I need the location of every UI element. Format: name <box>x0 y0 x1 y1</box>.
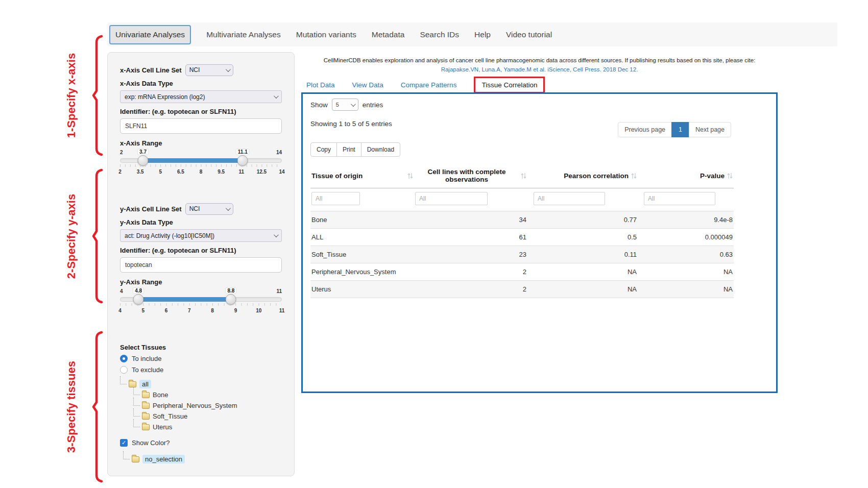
folder-icon <box>142 424 150 430</box>
sort-icon[interactable] <box>631 173 637 179</box>
tree-connector <box>133 387 140 395</box>
nav-tab-search-ids[interactable]: Search IDs <box>420 30 459 39</box>
y-cell-line-set-value: NCI <box>189 205 200 212</box>
data-tabs: Plot Data View Data Compare Patterns Tis… <box>306 77 545 93</box>
tree-node-all-label: all <box>139 380 151 388</box>
filter-input-p-value[interactable] <box>644 192 715 205</box>
x-range-max: 14 <box>276 150 282 155</box>
sort-icon[interactable] <box>727 173 733 179</box>
tab-tissue-correlation[interactable]: Tissue Correlation <box>474 77 545 93</box>
show-color-row[interactable]: ✓ Show Color? <box>120 439 282 447</box>
tree-node-pns-label: Peripheral_Nervous_System <box>153 402 237 409</box>
tree-node-soft-tissue-label: Soft_Tissue <box>153 412 187 420</box>
include-radio-row[interactable]: To include <box>120 355 282 362</box>
table-row[interactable]: Soft_Tissue 23 0.11 0.63 <box>310 246 734 263</box>
tissue-correlation-panel: Show 5 entries Showing 1 to 5 of 5 entri… <box>301 92 778 393</box>
annotation-step3-label: 3-Specify tissues <box>65 361 78 453</box>
x-identifier-input[interactable] <box>120 118 282 134</box>
table-row[interactable]: Bone 34 0.77 9.4e-8 <box>310 211 734 229</box>
tree-node-no-selection[interactable]: no_selection <box>123 454 282 465</box>
table-row[interactable]: Peripheral_Nervous_System 2 NA NA <box>310 263 734 281</box>
annotation-step3: 3-Specify tissues <box>47 331 96 483</box>
tab-plot-data[interactable]: Plot Data <box>306 81 335 89</box>
include-radio[interactable] <box>120 355 128 362</box>
filter-input-pearson[interactable] <box>534 192 605 205</box>
copy-button[interactable]: Copy <box>310 142 337 157</box>
tree-connector <box>133 398 140 406</box>
annotation-step2: 2-Specify y-axis <box>47 168 96 304</box>
settings-sidebar: x-Axis Cell Line Set NCI x-Axis Data Typ… <box>107 52 295 476</box>
tab-view-data[interactable]: View Data <box>352 81 383 89</box>
x-range-high-value: 11.1 <box>236 149 250 155</box>
citation-link[interactable]: Rajapakse.VN, Luna.A, Yamade.M et al. iS… <box>301 66 778 72</box>
folder-icon <box>142 403 150 409</box>
page-number-button[interactable]: 1 <box>671 122 689 137</box>
exclude-radio-row[interactable]: To exclude <box>120 366 282 374</box>
nav-tab-univariate-analyses[interactable]: Univariate Analyses <box>109 25 191 44</box>
x-tick: 14 <box>279 169 284 175</box>
download-button[interactable]: Download <box>361 142 400 157</box>
select-tissues-title: Select Tissues <box>120 344 282 351</box>
column-header-p-value[interactable]: P-value <box>638 163 734 188</box>
tab-compare-patterns[interactable]: Compare Patterns <box>401 81 457 89</box>
y-range-slider: 4 4.8 8.8 11 4 5 6 7 8 9 10 11 <box>120 288 282 318</box>
y-tick: 5 <box>142 308 145 313</box>
x-data-type-label: x-Axis Data Type <box>120 80 282 87</box>
x-range-label: x-Axis Range <box>120 139 282 147</box>
y-identifier-label: Identifier: (e.g. topotecan or SLFN11) <box>120 247 282 254</box>
tree-node-peripheral-nervous-system[interactable]: Peripheral_Nervous_System <box>133 400 282 411</box>
nav-tab-metadata[interactable]: Metadata <box>372 30 405 39</box>
table-row[interactable]: ALL 61 0.5 0.000049 <box>310 229 734 246</box>
nav-tab-help[interactable]: Help <box>474 30 491 39</box>
citation-text: CellMinerCDB enables exploration and ana… <box>301 57 778 63</box>
filter-input-tissue[interactable] <box>311 192 360 205</box>
sort-icon[interactable] <box>521 173 526 179</box>
show-label: Show <box>310 101 328 109</box>
exclude-radio[interactable] <box>120 366 128 374</box>
x-cell-line-set-select[interactable]: NCI <box>185 64 233 76</box>
next-page-button[interactable]: Next page <box>689 122 731 137</box>
x-cell-line-set-label: x-Axis Cell Line Set <box>120 66 182 74</box>
tree-connector <box>133 419 140 427</box>
tree-node-uterus[interactable]: Uterus <box>133 422 282 432</box>
y-range-label: y-Axis Range <box>120 278 282 286</box>
nav-tab-mutation-variants[interactable]: Mutation variants <box>296 30 356 39</box>
annotation-step2-label: 2-Specify y-axis <box>65 193 78 278</box>
x-tick: 9.5 <box>218 169 225 175</box>
y-data-type-label: y-Axis Data Type <box>120 218 282 226</box>
y-cell-line-set-label: y-Axis Cell Line Set <box>120 205 182 213</box>
tree-node-soft-tissue[interactable]: Soft_Tissue <box>133 411 282 422</box>
column-header-tissue-of-origin[interactable]: Tissue of origin <box>310 163 414 188</box>
y-tick: 4 <box>118 308 122 313</box>
x-data-type-select[interactable]: exp: mRNA Expression (log2) <box>120 90 282 103</box>
previous-page-button[interactable]: Previous page <box>618 122 672 137</box>
tree-node-bone[interactable]: Bone <box>133 389 282 400</box>
tissue-correlation-table: Tissue of origin Cell lines with complet… <box>310 163 734 298</box>
table-row[interactable]: Uterus 2 NA NA <box>310 281 734 298</box>
folder-icon <box>142 392 150 398</box>
y-cell-line-set-select[interactable]: NCI <box>185 203 233 215</box>
sort-icon[interactable] <box>407 173 413 179</box>
x-cell-line-set-value: NCI <box>189 66 200 74</box>
print-button[interactable]: Print <box>336 142 361 157</box>
nav-tab-multivariate-analyses[interactable]: Multivariate Analyses <box>206 30 281 39</box>
annotation-brace-3 <box>91 331 104 483</box>
filter-input-cell-lines[interactable] <box>415 192 488 205</box>
x-range-tickmarks <box>120 164 282 167</box>
folder-icon <box>132 456 139 462</box>
x-tick: 3.5 <box>137 169 144 175</box>
x-range-low-value: 3.7 <box>137 149 149 155</box>
y-identifier-input[interactable] <box>120 257 282 273</box>
folder-icon <box>142 413 150 420</box>
show-color-checkbox[interactable]: ✓ <box>120 439 128 447</box>
tree-connector <box>120 376 127 384</box>
nav-tab-video-tutorial[interactable]: Video tutorial <box>506 30 552 39</box>
column-header-cell-lines[interactable]: Cell lines with complete observations <box>414 163 527 188</box>
x-tick: 11 <box>238 169 244 175</box>
entries-count-select[interactable]: 5 <box>332 99 358 111</box>
y-data-type-select[interactable]: act: Drug Activity (-log10[IC50M]) <box>120 229 282 242</box>
column-header-pearson-correlation[interactable]: Pearson correlation <box>527 163 638 188</box>
tree-node-all[interactable]: all <box>120 379 282 389</box>
x-tick: 12.5 <box>257 169 267 175</box>
annotation-brace-2 <box>91 168 104 304</box>
